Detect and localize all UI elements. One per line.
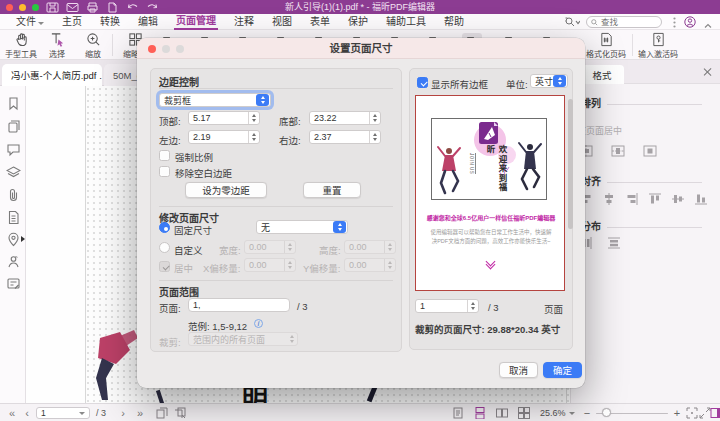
menu-accessibility[interactable]: 辅助工具 — [384, 14, 428, 29]
remove-white-margin-checkbox[interactable] — [159, 166, 170, 177]
destination-pin-icon[interactable] — [6, 232, 21, 247]
select-arrows-icon — [553, 75, 566, 87]
menu-comment[interactable]: 注释 — [232, 14, 256, 29]
distribute-vertical-icon[interactable] — [607, 236, 621, 250]
align-top-icon[interactable] — [648, 192, 662, 206]
menu-edit[interactable]: 编辑 — [136, 14, 160, 29]
align-bottom-icon[interactable] — [694, 192, 708, 206]
zoom-slider-knob[interactable] — [602, 408, 611, 417]
zoom-tool-button[interactable]: 缩放 — [74, 32, 112, 63]
align-center-h-icon[interactable] — [602, 192, 616, 206]
first-page-button[interactable]: « — [6, 404, 18, 421]
align-right-icon[interactable] — [625, 192, 639, 206]
custom-size-radio[interactable] — [159, 242, 170, 253]
preview-page-field[interactable]: 1 — [415, 299, 479, 313]
menu-page-management[interactable]: 页面管理 — [174, 13, 218, 30]
reset-button[interactable]: 重置 — [303, 182, 361, 198]
next-view-icon[interactable] — [174, 404, 186, 421]
top-margin-field[interactable]: 5.17 — [188, 111, 260, 125]
panel-toggle-icon[interactable] — [710, 404, 720, 421]
hand-tool-button[interactable]: 手型工具 — [2, 32, 40, 59]
activation-code-button[interactable]: 输入激活码 — [636, 32, 680, 59]
stepper[interactable] — [369, 131, 380, 143]
constrain-proportions-checkbox[interactable] — [159, 150, 170, 161]
preview-scrollbar[interactable] — [568, 99, 573, 229]
search-input[interactable] — [601, 17, 651, 27]
unit-select[interactable]: 英寸 — [530, 74, 568, 88]
box-type-select[interactable]: 裁剪框 — [159, 93, 271, 107]
zoom-in-button[interactable]: + — [672, 404, 682, 421]
avatar[interactable] — [684, 16, 696, 28]
pages-icon[interactable] — [6, 119, 21, 134]
show-all-borders-label: 显示所有边框 — [431, 77, 488, 91]
fixed-size-select[interactable]: 无 — [256, 220, 348, 234]
ok-button[interactable]: 确定 — [543, 362, 582, 378]
stepper[interactable] — [248, 131, 259, 143]
menu-bar: 文件 主页 转换 编辑 页面管理 注释 视图 表单 保护 辅助工具 帮助 — [0, 14, 720, 30]
chevron-down-icon — [79, 412, 85, 415]
height-label: 高度: — [319, 243, 341, 257]
page-preview[interactable]: 欢迎来到福昕 JOIN US 感谢您和全球6.5亿用户一样信任福昕PDF编辑器 … — [415, 95, 565, 291]
search-icon — [591, 19, 598, 26]
bottom-margin-field[interactable]: 23.22 — [309, 111, 381, 125]
facing-view-icon[interactable] — [496, 404, 508, 421]
figure-fragment — [86, 330, 138, 403]
center-vertical-icon[interactable] — [611, 144, 625, 158]
menu-view[interactable]: 视图 — [270, 14, 294, 29]
zero-margin-button[interactable]: 设为零边距 — [185, 182, 267, 198]
page-number-field[interactable]: 1 — [36, 407, 90, 419]
bookmark-icon[interactable] — [6, 96, 21, 111]
search-options-icon[interactable] — [564, 16, 580, 28]
more-options-icon[interactable] — [673, 17, 676, 28]
menu-convert[interactable]: 转换 — [98, 14, 122, 29]
zoom-level-label[interactable]: 25.6% — [540, 404, 575, 421]
document-icon[interactable] — [6, 210, 21, 225]
layers-icon[interactable] — [6, 165, 21, 180]
zoom-out-button[interactable]: − — [582, 404, 592, 421]
center-both-icon[interactable] — [643, 144, 657, 158]
document-tab-active[interactable]: 冯小惠-个人简历.pdf ... — [2, 64, 102, 86]
fit-page-icon[interactable] — [686, 404, 698, 421]
attachment-icon[interactable] — [6, 188, 21, 203]
page-range-total: / 3 — [297, 301, 308, 312]
signature-person-icon[interactable] — [6, 254, 21, 269]
show-all-borders-checkbox[interactable] — [417, 77, 428, 88]
close-icon[interactable] — [703, 67, 712, 76]
menu-help[interactable]: 帮助 — [442, 14, 466, 29]
single-page-view-icon[interactable] — [452, 404, 464, 421]
format-page-number-button[interactable]: 格式化页码 — [584, 32, 628, 59]
align-middle-icon[interactable] — [671, 192, 685, 206]
page-right-edge — [566, 386, 567, 403]
quad-view-icon[interactable] — [518, 404, 530, 421]
tab-format[interactable]: 格式 — [580, 65, 624, 84]
previous-view-icon[interactable] — [156, 404, 168, 421]
next-page-button[interactable]: › — [118, 404, 128, 421]
info-icon[interactable]: i — [254, 319, 263, 328]
menu-protect[interactable]: 保护 — [346, 14, 370, 29]
cancel-button[interactable]: 取消 — [499, 362, 538, 378]
menu-file[interactable]: 文件 — [14, 14, 46, 29]
form-field-icon[interactable] — [6, 276, 21, 291]
comment-icon[interactable] — [6, 142, 21, 157]
collapse-ribbon-icon[interactable] — [704, 19, 712, 25]
hand-icon — [14, 32, 29, 47]
preview-card: 显示所有边框 单位: 英寸 — [409, 68, 573, 350]
preview-page-label: 页面 — [544, 302, 563, 316]
menu-form[interactable]: 表单 — [308, 14, 332, 29]
continuous-view-icon[interactable] — [474, 404, 486, 421]
menu-home[interactable]: 主页 — [60, 14, 84, 29]
select-tool-button[interactable]: 选择 — [38, 32, 76, 63]
left-margin-field[interactable]: 2.19 — [188, 130, 260, 144]
sidebar-expand-arrow[interactable] — [21, 236, 25, 242]
stepper[interactable] — [248, 112, 259, 124]
divider — [159, 88, 393, 89]
right-margin-field[interactable]: 2.37 — [309, 130, 381, 144]
previous-page-button[interactable]: ‹ — [22, 404, 32, 421]
last-page-button[interactable]: » — [134, 404, 146, 421]
divider — [159, 206, 393, 207]
stepper[interactable] — [369, 112, 380, 124]
stepper[interactable] — [467, 300, 478, 312]
fixed-size-radio[interactable] — [159, 222, 170, 233]
page-range-input[interactable]: 1, — [188, 298, 290, 312]
x-offset-field: 0.00 — [244, 258, 296, 272]
